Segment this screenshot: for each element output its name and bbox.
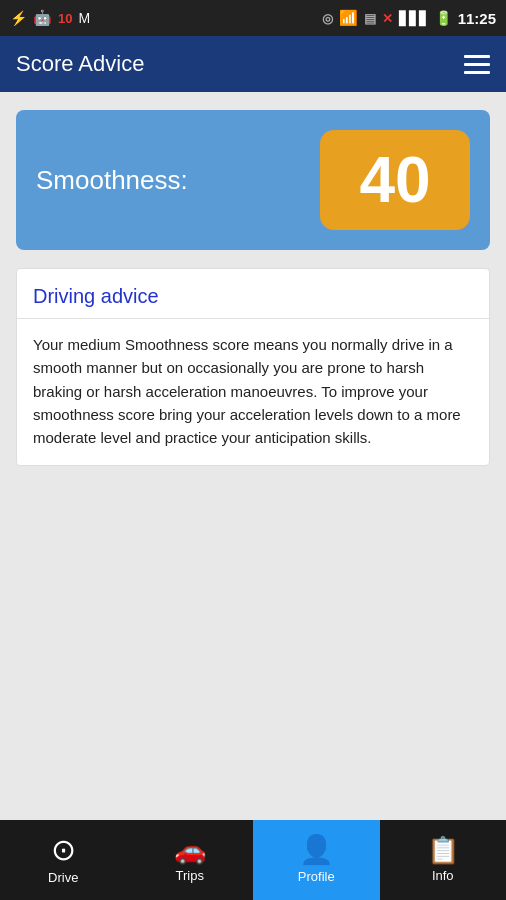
advice-card: Driving advice Your medium Smoothness sc… (16, 268, 490, 466)
x-icon: ✕ (382, 11, 393, 26)
nav-label-profile: Profile (298, 869, 335, 884)
info-icon: 📋 (427, 837, 459, 863)
nav-item-trips[interactable]: 🚗 Trips (127, 820, 254, 900)
menu-line-3 (464, 71, 490, 74)
score-label: Smoothness: (36, 165, 188, 196)
nav-label-info: Info (432, 868, 454, 883)
score-value: 40 (359, 143, 430, 217)
gmail-icon: M (78, 10, 90, 26)
status-bar: ⚡ 🤖 10 M ◎ 📶 ▤ ✕ ▋▋▋ 🔋 11:25 (0, 0, 506, 36)
usb-icon: ⚡ (10, 10, 27, 26)
hamburger-menu-button[interactable] (464, 55, 490, 74)
status-icons-right: ◎ 📶 ▤ ✕ ▋▋▋ 🔋 11:25 (322, 9, 496, 27)
score-value-box: 40 (320, 130, 470, 230)
menu-line-2 (464, 63, 490, 66)
menu-line-1 (464, 55, 490, 58)
nav-item-profile[interactable]: 👤 Profile (253, 820, 380, 900)
network-bars-icon: ▋▋▋ (399, 11, 429, 26)
battery-icon: 🔋 (435, 10, 452, 26)
nav-label-drive: Drive (48, 870, 78, 885)
score-card: Smoothness: 40 (16, 110, 490, 250)
trips-icon: 🚗 (174, 837, 206, 863)
bottom-navigation: Drive 🚗 Trips 👤 Profile 📋 Info (0, 820, 506, 900)
status-icons-left: ⚡ 🤖 10 M (10, 9, 90, 27)
android-icon: 🤖 (33, 9, 52, 27)
nav-item-info[interactable]: 📋 Info (380, 820, 507, 900)
clock-display: 11:25 (458, 10, 496, 27)
wifi-icon: 📶 (339, 9, 358, 27)
notification-count: 10 (58, 11, 72, 26)
app-header: Score Advice (0, 36, 506, 92)
nav-label-trips: Trips (176, 868, 204, 883)
nav-item-drive[interactable]: Drive (0, 820, 127, 900)
sim-icon: ◎ (322, 11, 333, 26)
advice-card-title: Driving advice (17, 269, 489, 319)
drive-icon (51, 835, 76, 865)
main-content: Smoothness: 40 Driving advice Your mediu… (0, 92, 506, 820)
page-title: Score Advice (16, 51, 144, 77)
profile-icon: 👤 (299, 836, 334, 864)
signal-icon: ▤ (364, 11, 376, 26)
advice-card-body: Your medium Smoothness score means you n… (17, 319, 489, 465)
